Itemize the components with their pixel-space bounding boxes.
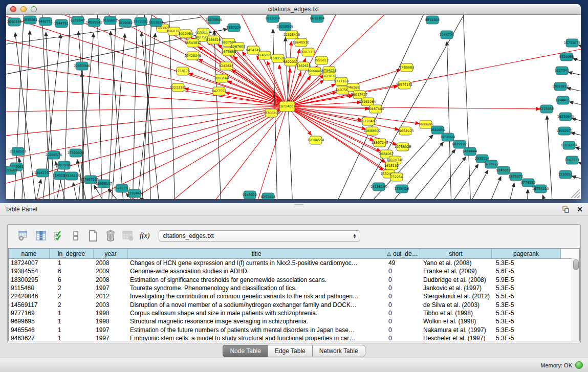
graph-edge[interactable] [567, 88, 581, 94]
table-row[interactable]: 2242004622012Investigating the contribut… [9, 292, 579, 300]
cell-name[interactable]: 18724007 [9, 259, 50, 267]
graph-edge[interactable] [571, 133, 581, 139]
graph-node[interactable]: 8513024 [149, 18, 163, 27]
cell-out_de[interactable]: 0 [385, 276, 420, 283]
close-panel-icon[interactable]: ✕ [577, 205, 583, 213]
column-header-out_de[interactable]: △out_de… [385, 249, 420, 258]
table-row[interactable]: 946554611997Estimation of the future num… [9, 325, 579, 334]
graph-node-selected[interactable]: 2718176 [176, 67, 190, 75]
table-row[interactable]: 946362711997Embryonic stem cells: a mode… [9, 334, 579, 341]
graph-node-selected[interactable]: 752254 [390, 173, 403, 181]
tab-network-table[interactable]: Network Table [312, 345, 365, 357]
scrollbar-thumb[interactable] [573, 259, 579, 270]
zoom-window-icon[interactable] [31, 6, 37, 12]
window-titlebar[interactable]: citations_edges.txt [6, 4, 581, 15]
cell-year[interactable]: 1997 [94, 326, 128, 334]
graph-node[interactable]: 16754210 [532, 185, 549, 193]
table-row[interactable]: 1938455462009Genome-wide association stu… [9, 267, 579, 275]
column-header-short[interactable]: short [420, 249, 492, 258]
graph-node[interactable]: 13505115 [63, 172, 80, 180]
cell-pagerank[interactable]: 5.3E-5 [492, 285, 561, 292]
graph-node[interactable]: 12093822 [552, 82, 569, 91]
graph-node[interactable]: 7857224 [227, 24, 241, 32]
cell-pagerank[interactable]: 5.3E-5 [492, 318, 561, 325]
graph-node[interactable]: 1292445 [127, 189, 142, 198]
cell-year[interactable]: 1997 [94, 335, 128, 341]
cell-out_de[interactable]: 0 [385, 326, 420, 334]
cell-year[interactable]: 1997 [94, 285, 128, 292]
cell-name[interactable]: 18300295 [9, 276, 50, 283]
table-row[interactable]: 1872400712008Changes of HCN gene express… [9, 259, 579, 267]
graph-node[interactable]: 9474444 [463, 147, 477, 156]
graph-node-selected[interactable]: 2803144 [214, 74, 229, 82]
cell-in_degree[interactable]: 1 [50, 318, 94, 325]
cell-pagerank[interactable]: 5.3E-5 [492, 326, 561, 334]
graph-node-selected[interactable]: 8427552 [212, 87, 226, 95]
cell-name[interactable]: 9699695 [9, 318, 50, 325]
cell-in_degree[interactable]: 1 [50, 326, 94, 334]
graph-node[interactable]: 16033809 [206, 16, 223, 24]
cell-name[interactable]: 22420046 [9, 293, 50, 300]
graph-node[interactable]: 5572301 [134, 17, 148, 26]
graph-node[interactable]: 9155602 [103, 16, 117, 25]
graph-node[interactable]: 8215958 [539, 105, 554, 113]
column-header-pagerank[interactable]: pagerank [492, 249, 561, 258]
cell-pagerank[interactable]: 5.5E-5 [492, 293, 561, 300]
graph-node-selected[interactable]: 18575151 [396, 81, 413, 89]
cell-pagerank[interactable]: 5.3E-5 [492, 259, 561, 267]
graph-edge[interactable] [21, 31, 30, 199]
graph-node-selected[interactable]: 7955812 [314, 56, 329, 64]
graph-node[interactable]: 13992971 [556, 127, 573, 135]
graph-node[interactable]: 8251014 [261, 193, 275, 199]
graph-node-selected[interactable]: 16961758 [300, 48, 317, 56]
tab-node-table[interactable]: Node Table [223, 345, 268, 357]
panel-splitter-grip[interactable] [294, 204, 303, 207]
vertical-scrollbar[interactable] [572, 258, 579, 341]
cell-in_degree[interactable]: 6 [50, 268, 94, 275]
column-header-in_degree[interactable]: in_degree [50, 249, 94, 258]
graph-node[interactable]: 9329968 [559, 53, 574, 61]
cell-short[interactable]: Stergiakouli et al. (2012) [420, 293, 492, 300]
graph-node[interactable]: 1115682 [6, 166, 17, 174]
graph-node-selected[interactable]: 9146821 [257, 51, 272, 59]
graph-node-selected[interactable]: 23420046 [185, 52, 202, 60]
table-row[interactable]: 969969511998Structural magnetic resonanc… [9, 317, 579, 325]
graph-node[interactable]: 6872547 [71, 16, 85, 25]
graph-node-selected[interactable]: 10688609 [364, 127, 381, 135]
cell-short[interactable]: Tibbo et al. (1998) [420, 310, 492, 317]
graph-node[interactable]: 14595542 [86, 18, 103, 27]
graph-edge-selected[interactable] [233, 56, 287, 106]
graph-node[interactable]: 9774152 [521, 179, 535, 187]
cell-out_de[interactable]: 0 [385, 318, 420, 325]
graph-node[interactable]: 8813054 [266, 15, 280, 23]
tab-edge-table[interactable]: Edge Table [268, 345, 313, 357]
cell-short[interactable]: Wolkin et al. (1998) [420, 318, 492, 325]
graph-node-selected[interactable]: 8912954 [179, 30, 193, 38]
select-rows-icon[interactable] [52, 229, 65, 243]
graph-edge[interactable] [447, 164, 478, 199]
cell-year[interactable]: 2008 [94, 276, 128, 283]
graph-edge[interactable] [133, 15, 137, 199]
cell-pagerank[interactable]: 5.3E-5 [492, 310, 561, 317]
table-row[interactable]: 911546021997Tourette syndrome. Phenomeno… [9, 284, 579, 292]
graph-edge[interactable] [508, 183, 514, 199]
memory-status-icon[interactable] [575, 361, 583, 369]
graph-edge[interactable] [573, 58, 581, 64]
graph-node[interactable]: 1944794 [440, 31, 454, 39]
graph-node[interactable]: 1733426 [395, 185, 409, 193]
row-height-icon[interactable] [69, 229, 82, 243]
graph-node-selected[interactable]: 12325419 [284, 31, 300, 39]
table-settings-icon[interactable] [17, 229, 30, 243]
function-builder-icon[interactable]: f(x) [140, 232, 149, 240]
graph-node-selected[interactable]: 19654923 [397, 127, 414, 135]
cell-title[interactable]: Genome-wide association studies in ADHD. [128, 268, 385, 275]
graph-node-selected[interactable]: 16543812 [185, 39, 202, 47]
cell-in_degree[interactable]: 2 [50, 285, 94, 292]
graph-node[interactable]: 1835081 [23, 16, 37, 24]
table-row[interactable]: 1456911722003Disruption of a novel membe… [9, 300, 579, 309]
graph-node-selected[interactable]: 15720407 [360, 117, 377, 125]
graph-node-selected[interactable]: 18724007 [279, 101, 296, 112]
graph-node-selected[interactable]: 10467404 [367, 105, 384, 113]
graph-node[interactable]: 9245012 [243, 191, 257, 199]
graph-edge[interactable] [575, 147, 581, 153]
